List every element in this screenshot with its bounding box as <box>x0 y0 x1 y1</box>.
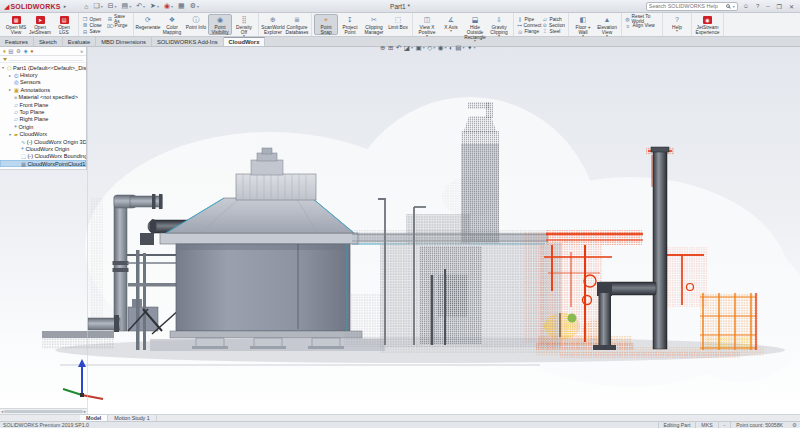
tree-item-cloudworx-origin[interactable]: ⌖CloudWorx Origin <box>0 145 86 152</box>
regenerate-button[interactable]: ⟳ Regenerate <box>136 14 160 35</box>
search-input[interactable] <box>649 3 724 9</box>
rebuild-button[interactable]: ◉▾ <box>162 1 175 12</box>
tree-item-sensors[interactable]: ◎Sensors <box>0 79 86 86</box>
3d-scene[interactable] <box>0 47 800 415</box>
project-point-button[interactable]: ↧ Project Point <box>338 14 362 35</box>
save-as-button[interactable]: ⊞Save As <box>106 16 131 23</box>
chevron-down-icon[interactable]: ▾ <box>582 35 584 39</box>
tree-item-origin[interactable]: ⌖Origin <box>0 123 86 130</box>
gravity-clipping-button[interactable]: ⇩ Gravity Clipping ▾ <box>487 14 511 35</box>
edit-appearance-button[interactable]: ◐ <box>449 44 453 51</box>
dimxpertmanager-tab[interactable]: ◈ <box>23 48 27 54</box>
help-button-ribbon[interactable]: ? Help ▾ <box>665 14 689 35</box>
hide-show-items-button[interactable]: ◉▾ <box>438 44 447 52</box>
open-lgs-button[interactable]: ▤ Open LGS <box>52 14 76 35</box>
help-button[interactable]: ? <box>754 3 761 9</box>
tree-item-right-plane[interactable]: ▱Right Plane <box>0 116 86 123</box>
jetstream-experience-button[interactable]: ◉ JetStream Experience <box>694 14 721 35</box>
tab-features[interactable]: Features <box>0 37 34 46</box>
help-search-box[interactable]: ▾ <box>646 2 738 11</box>
open-ms-view-button[interactable]: ▦ Open MS View <box>4 14 28 35</box>
close-button[interactable]: ✕ <box>787 3 796 10</box>
tree-item-history[interactable]: ▸◴History <box>0 71 86 78</box>
filter-input[interactable] <box>9 58 83 61</box>
propertymanager-tab[interactable]: ▤ <box>8 48 13 54</box>
section-view-button[interactable]: ◪▾ <box>404 44 413 52</box>
minimize-button[interactable]: – <box>764 3 771 9</box>
limit-box-button[interactable]: ⬚ Limit Box <box>386 14 410 35</box>
point-snap-button[interactable]: ⌖ Point Snap <box>314 14 338 35</box>
floor-wall-button[interactable]: ◧ Floor + Wall ▾ <box>571 14 595 35</box>
connect-button[interactable]: ⊶Connect <box>516 22 541 28</box>
chevron-down-icon[interactable]: ▾ <box>243 35 245 39</box>
close-project-button[interactable]: ⊠Close <box>81 22 106 28</box>
file-properties-button[interactable]: ▦ <box>176 1 187 12</box>
color-mapping-button[interactable]: ❖ Color Mapping <box>160 14 184 35</box>
tree-item-part-root[interactable]: ▾⬡Part1 (Default<<Default>_Display Sta <box>0 64 86 71</box>
save-button[interactable]: ⊟▾ <box>106 1 119 12</box>
graphics-viewport[interactable] <box>0 47 800 415</box>
featuremanager-tree-tab[interactable]: ♦ <box>3 48 6 54</box>
panel-overflow-icon[interactable]: » <box>80 48 83 54</box>
tree-item-cloudworx-boundingbox[interactable]: ⬚(-) CloudWorx BoundingBox... <box>0 153 86 160</box>
chevron-down-icon[interactable]: ▾ <box>606 35 608 39</box>
flange-button[interactable]: ⊙Flange <box>516 29 541 35</box>
steel-button[interactable]: ⌶Steel <box>541 28 566 35</box>
view-x-positive-button[interactable]: ◫ View X Positive ▾ <box>415 14 439 35</box>
user-account-icon[interactable]: ☺ <box>741 3 751 9</box>
tree-filter-bar[interactable] <box>0 56 86 63</box>
tree-item-top-plane[interactable]: ▱Top Plane <box>0 108 86 115</box>
elevation-view-button[interactable]: ▲ Elevation View ▾ <box>595 14 619 35</box>
new-document-button[interactable]: ❏▾ <box>91 1 104 12</box>
tab-solidworks-add-ins[interactable]: SOLIDWORKS Add-Ins <box>152 37 224 46</box>
tree-item-annotations[interactable]: ▸▣Annotations <box>0 86 86 93</box>
chevron-down-icon[interactable]: ▾ <box>676 30 678 34</box>
chevron-down-icon[interactable]: ▾ <box>450 30 452 34</box>
tab-sketch[interactable]: Sketch <box>34 37 63 46</box>
chevron-down-icon[interactable]: ▾ <box>498 35 500 39</box>
select-button[interactable]: ➤▾ <box>148 1 161 12</box>
tab-mbd-dimensions[interactable]: MBD Dimensions <box>96 37 152 46</box>
status-unit-system[interactable]: MKS <box>695 422 717 428</box>
apply-scene-button[interactable]: ▤▾ <box>455 44 464 52</box>
point-info-button[interactable]: ⓘ Point Info <box>184 14 208 35</box>
tree-item-front-plane[interactable]: ▱Front Plane <box>0 101 86 108</box>
tab-evaluate[interactable]: Evaluate <box>63 37 97 46</box>
point-visibility-button[interactable]: ◉ Point Visibility <box>208 14 232 35</box>
open-jetstream-button[interactable]: ➤ Open JetStream <box>28 14 52 35</box>
undo-button[interactable]: ↶▾ <box>134 1 147 12</box>
zoom-area-button[interactable]: ⊞ <box>388 44 393 52</box>
print-button[interactable]: ▤▾ <box>120 1 134 12</box>
x-axis-button[interactable]: ∡ X Axis ▾ <box>439 14 463 35</box>
tree-item-cloudworx-folder[interactable]: ▾▰CloudWorx <box>0 131 86 138</box>
menu-expand-icon[interactable]: ▸ <box>64 3 67 9</box>
save-project-button[interactable]: ⊟Save <box>81 29 106 35</box>
displaymanager-tab[interactable]: ● <box>30 48 33 54</box>
configurationmanager-tab[interactable]: ⚙ <box>16 48 21 54</box>
hide-outside-rectangle-button[interactable]: ⬓ Hide Outside Rectangle ▾ <box>463 14 487 35</box>
restore-button[interactable]: ❐ <box>775 3 784 10</box>
tree-item-cloudworx-pointcloud[interactable]: ▦CloudWorxPointCloud1 <box>0 160 86 167</box>
panel-splitter[interactable] <box>87 47 88 415</box>
configure-databases-button[interactable]: ≣ Configure Databases <box>285 14 309 35</box>
scrollbar-thumb[interactable] <box>4 410 82 413</box>
clipping-manager-button[interactable]: ✂ Clipping Manager <box>362 14 386 35</box>
purge-button[interactable]: ⌦Purge <box>106 23 131 30</box>
previous-view-button[interactable]: ↶ <box>396 44 401 52</box>
tree-item-material[interactable]: ≡Material <not specified> <box>0 94 86 101</box>
align-view-button[interactable]: ≡Align View <box>624 23 660 30</box>
tree-item-cloudworx-origin-3dsketch[interactable]: ∿(-) CloudWorx Origin 3DSket... <box>0 138 86 145</box>
chevron-down-icon[interactable]: ▾ <box>426 35 428 39</box>
status-gear-icon[interactable]: ⚙ <box>788 422 797 428</box>
view-orientation-button[interactable]: ▣▾ <box>416 44 425 52</box>
view-settings-button[interactable]: ✦▾ <box>467 44 475 52</box>
search-icon[interactable] <box>726 4 730 8</box>
display-style-button[interactable]: ◇▾ <box>427 44 435 52</box>
options-button[interactable]: ⚙▾ <box>188 1 201 12</box>
reset-to-world-button[interactable]: ◍Reset To World <box>624 16 660 23</box>
scanworld-explorer-button[interactable]: ⊕ ScanWorld Explorer <box>261 14 285 35</box>
zoom-fit-button[interactable]: ⊕ <box>380 44 385 52</box>
chevron-down-icon[interactable]: ▾ <box>733 4 735 9</box>
density-off-button[interactable]: ⣿ Density Off ▾ <box>232 14 256 35</box>
home-button[interactable]: ⌂ <box>82 1 90 12</box>
